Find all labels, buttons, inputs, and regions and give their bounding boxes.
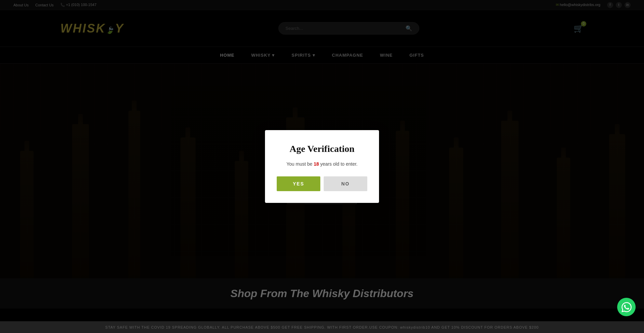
- no-button[interactable]: NO: [324, 176, 367, 191]
- whatsapp-icon: [622, 302, 632, 312]
- modal-title: Age Verification: [277, 144, 367, 154]
- modal-age: 18: [314, 161, 319, 167]
- modal-buttons: YES NO: [277, 176, 367, 191]
- modal-desc-suffix: years old to enter.: [319, 161, 358, 167]
- modal-desc-prefix: You must be: [286, 161, 314, 167]
- whatsapp-button[interactable]: [617, 298, 636, 316]
- yes-button[interactable]: YES: [277, 176, 320, 191]
- age-verification-modal: Age Verification You must be 18 years ol…: [265, 130, 379, 203]
- modal-overlay: Age Verification You must be 18 years ol…: [0, 0, 644, 333]
- modal-description: You must be 18 years old to enter.: [277, 160, 367, 168]
